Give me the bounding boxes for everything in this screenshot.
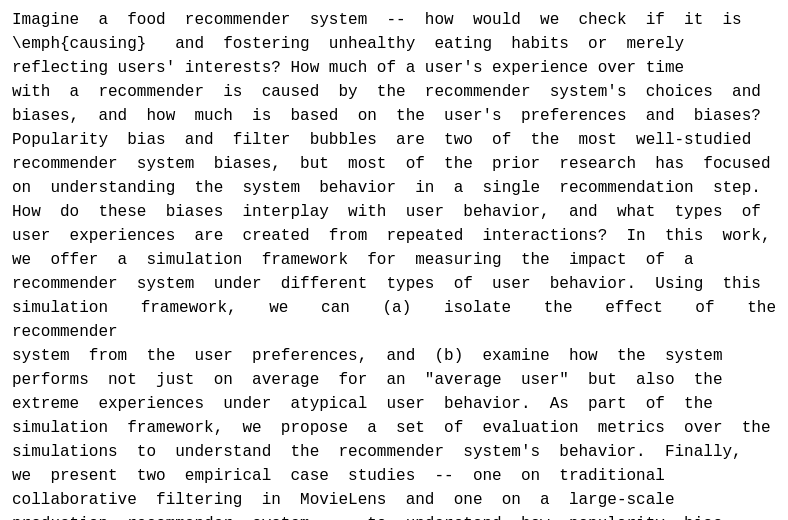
abstract-paragraph: Imagine a food recommender system -- how… xyxy=(12,8,776,520)
main-content: Imagine a food recommender system -- how… xyxy=(0,0,788,520)
